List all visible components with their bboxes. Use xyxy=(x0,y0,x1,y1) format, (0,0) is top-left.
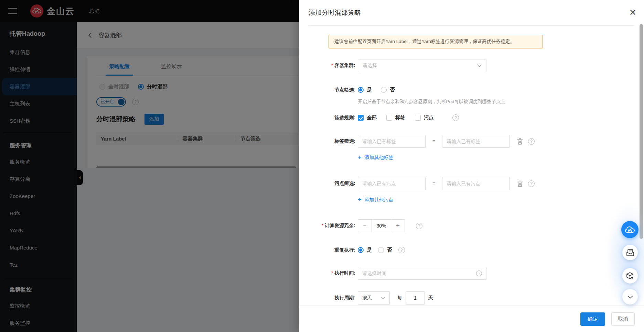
drawer-footer: 确定 取消 xyxy=(299,306,644,332)
drawer-body: 建议您前往配置页面开启Yarn Label，通过Yarn标签进行资源管理，保证高… xyxy=(299,26,644,306)
field-cluster: 容器集群: 请选择 xyxy=(299,59,644,72)
stepper-value: 30% xyxy=(372,220,391,232)
plus-icon: + xyxy=(358,196,362,203)
resource-stepper: − 30% + xyxy=(358,219,405,232)
confirm-button[interactable]: 确定 xyxy=(580,312,605,326)
filter-label-label: 标签 xyxy=(395,114,405,121)
help-icon[interactable]: ? xyxy=(528,138,535,145)
warning-banner: 建议您前往配置页面开启Yarn Label，通过Yarn标签进行资源管理，保证高… xyxy=(329,35,543,48)
help-icon[interactable]: ? xyxy=(416,223,422,229)
field-taint-filter-label: 污点筛选: xyxy=(299,180,358,187)
field-node-filter: 节点筛选: 是 否 xyxy=(299,87,644,93)
cloud-mascot-icon xyxy=(625,225,635,234)
chevron-down-icon xyxy=(381,297,385,299)
equals-sign: = xyxy=(432,139,435,144)
cycle-unit-select[interactable]: 按天 xyxy=(358,291,390,305)
drawer-header: 添加分时混部策略 ✕ xyxy=(299,0,644,26)
add-taint-row: + 添加其他污点 xyxy=(299,196,644,203)
chevron-down-icon xyxy=(627,295,633,299)
customer-service-button[interactable] xyxy=(621,221,638,238)
equals-sign: = xyxy=(432,181,435,186)
filter-taint-label: 污点 xyxy=(424,114,434,121)
clock-icon xyxy=(476,270,482,277)
node-filter-helper-row: 开启后基于节点亲和和污点容忍原则，判断Pod可以被调度到哪些节点上 xyxy=(299,99,644,105)
add-other-label-text: 添加其他标签 xyxy=(365,155,394,161)
repeat-no-label: 否 xyxy=(387,247,392,253)
cluster-select-placeholder: 请选择 xyxy=(363,63,377,69)
field-repeat-label: 重复执行: xyxy=(299,247,358,253)
plus-icon: + xyxy=(358,154,362,161)
node-filter-no-label: 否 xyxy=(390,87,395,93)
cycle-unit-value: 按天 xyxy=(362,295,372,301)
cluster-select[interactable]: 请选择 xyxy=(358,59,486,72)
add-other-taint-link[interactable]: + 添加其他污点 xyxy=(358,196,394,203)
cycle-unit-text: 天 xyxy=(428,295,433,301)
field-exec-cycle-label: 执行周期: xyxy=(299,295,358,301)
drawer-scrollbar[interactable] xyxy=(640,24,643,239)
field-label-filter: 标签筛选: = ? xyxy=(299,135,644,148)
field-label-filter-label: 标签筛选: xyxy=(299,138,358,144)
field-exec-cycle: 执行周期: 按天 每 天 xyxy=(299,291,644,305)
cycle-count-input[interactable] xyxy=(406,291,425,305)
delete-taint-row-button[interactable] xyxy=(517,180,523,187)
taint-key-input[interactable] xyxy=(358,177,426,190)
label-key-input[interactable] xyxy=(358,135,426,148)
repeat-yes-radio[interactable] xyxy=(358,247,364,253)
field-filter-rule-label: 筛选规则: xyxy=(299,115,358,121)
node-filter-no-radio[interactable] xyxy=(381,87,387,93)
field-cluster-label: 容器集群: xyxy=(299,63,358,69)
field-taint-filter: 污点筛选: = ? xyxy=(299,177,644,190)
help-icon[interactable]: ? xyxy=(452,114,459,121)
add-policy-drawer: 添加分时混部策略 ✕ 建议您前往配置页面开启Yarn Label，通过Yarn标… xyxy=(299,0,644,332)
node-filter-yes-label: 是 xyxy=(367,87,372,93)
repeat-yes-label: 是 xyxy=(367,247,372,253)
trash-icon xyxy=(517,138,523,145)
cube-speaker-icon xyxy=(626,272,634,280)
exec-time-input[interactable] xyxy=(358,267,486,280)
taint-value-input[interactable] xyxy=(442,177,510,190)
field-repeat: 重复执行: 是 否 ? xyxy=(299,247,644,253)
help-icon[interactable]: ? xyxy=(398,247,405,253)
field-node-filter-label: 节点筛选: xyxy=(299,87,358,93)
drawer-title: 添加分时混部策略 xyxy=(309,8,361,17)
add-other-taint-text: 添加其他污点 xyxy=(365,197,394,203)
field-filter-rule: 筛选规则: 全部 标签 污点 ? xyxy=(299,114,644,121)
field-resource-redundancy: 计算资源冗余: − 30% + ? xyxy=(299,219,644,232)
filter-label-checkbox[interactable] xyxy=(386,115,392,121)
field-exec-time: 执行时间: xyxy=(299,267,644,280)
node-filter-helper-text: 开启后基于节点亲和和污点容忍原则，判断Pod可以被调度到哪些节点上 xyxy=(358,99,505,105)
delete-label-row-button[interactable] xyxy=(517,138,523,145)
product-news-button[interactable] xyxy=(622,268,638,284)
collapse-fabs-button[interactable] xyxy=(622,289,638,305)
chevron-down-icon xyxy=(477,64,482,67)
add-other-label-link[interactable]: + 添加其他标签 xyxy=(358,154,394,161)
close-icon[interactable]: ✕ xyxy=(629,8,636,17)
trash-icon xyxy=(517,180,523,187)
field-resource-label: 计算资源冗余: xyxy=(299,223,358,229)
node-filter-yes-radio[interactable] xyxy=(358,87,364,93)
help-icon[interactable]: ? xyxy=(528,180,535,187)
mail-icon xyxy=(626,249,634,256)
cancel-button[interactable]: 取消 xyxy=(611,312,635,326)
filter-all-checkbox[interactable] xyxy=(358,115,364,121)
cycle-every-text: 每 xyxy=(397,295,402,301)
filter-taint-checkbox[interactable] xyxy=(415,115,421,121)
repeat-no-radio[interactable] xyxy=(378,247,384,253)
filter-all-label: 全部 xyxy=(367,114,377,121)
field-exec-time-label: 执行时间: xyxy=(299,270,358,276)
feedback-button[interactable] xyxy=(622,245,638,260)
stepper-minus-button[interactable]: − xyxy=(358,220,372,232)
label-value-input[interactable] xyxy=(442,135,510,148)
stepper-plus-button[interactable]: + xyxy=(391,220,405,232)
add-label-row: + 添加其他标签 xyxy=(299,154,644,161)
